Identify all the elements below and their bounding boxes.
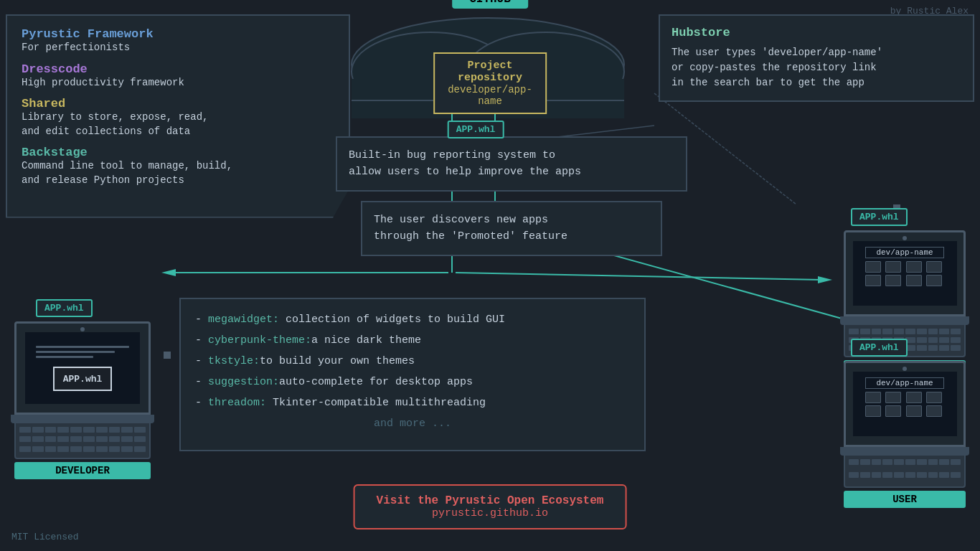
developer-section: APP.whl APP.whl DEVELOPER	[14, 299, 151, 479]
svg-marker-12	[818, 276, 832, 283]
framework-panel: Pyrustic Framework For perfectionists Dr…	[6, 14, 350, 218]
app-whl-badge-user2: APP.whl	[851, 339, 908, 357]
key	[917, 329, 927, 334]
framework-shared: Shared Library to store, expose, read,an…	[22, 97, 334, 138]
key	[70, 427, 82, 433]
app-whl-badge-dev: APP.whl	[36, 299, 93, 317]
app-item-megawidget: - megawidget: collection of widgets to b…	[195, 312, 630, 327]
developer-screen: APP.whl	[14, 321, 151, 415]
user-label-2: USER	[844, 491, 966, 508]
key	[928, 329, 938, 334]
key	[109, 427, 121, 433]
key	[109, 446, 121, 452]
framework-pyrustic: Pyrustic Framework For perfectionists	[22, 27, 334, 55]
key	[121, 446, 133, 452]
app-icon	[865, 392, 881, 403]
key	[19, 436, 31, 442]
screen-inner: APP.whl	[25, 332, 140, 404]
key	[905, 459, 915, 465]
framework-name-pyrustic: Pyrustic Framework	[22, 27, 334, 41]
key	[860, 459, 870, 465]
key	[951, 459, 961, 465]
app-icon	[906, 405, 922, 417]
key	[96, 446, 108, 452]
key	[951, 329, 961, 334]
developer-laptop: APP.whl DEVELOPER	[14, 321, 151, 479]
framework-desc-pyrustic: For perfectionists	[22, 41, 334, 55]
key	[894, 329, 904, 334]
visit-line2: pyrustic.github.io	[377, 507, 604, 519]
developer-label: DEVELOPER	[14, 462, 151, 479]
key	[121, 436, 133, 442]
key	[83, 446, 95, 452]
key	[882, 459, 892, 465]
laptop-keyboard	[844, 456, 966, 488]
key	[32, 427, 44, 433]
screen-inner: dev/app-name	[853, 372, 957, 436]
bug-report-box: Built-in bug reporting system toallow us…	[336, 136, 687, 192]
framework-name-shared: Shared	[22, 97, 334, 110]
framework-backstage: Backstage Command line tool to manage, b…	[22, 146, 334, 187]
app-whl-badge-top: APP.whl	[448, 121, 504, 138]
github-label: GITHUB	[452, 0, 528, 9]
app-icon	[885, 405, 901, 417]
screen-line	[36, 346, 129, 348]
promoted-desc: The user discovers new appsthrough the '…	[374, 212, 649, 245]
app-icon	[926, 405, 942, 417]
key	[917, 472, 927, 478]
key	[939, 329, 949, 334]
key	[917, 459, 927, 465]
key	[83, 436, 95, 442]
apps-more: and more ...	[195, 416, 630, 431]
app-item-threadom: - threadom: Tkinter-compatible multithre…	[195, 395, 630, 410]
app-item-suggestion: - suggestion:auto-complete for desktop a…	[195, 375, 630, 390]
framework-dresscode: Dresscode High productivity framework	[22, 62, 334, 90]
key	[872, 459, 882, 465]
app-icon	[865, 405, 881, 417]
framework-name-dresscode: Dresscode	[22, 62, 334, 76]
app-name-suggestion: suggestion:	[208, 376, 279, 388]
app-item-cyberpunk: - cyberpunk-theme:a nice dark theme	[195, 333, 630, 348]
user-laptop-2: dev/app-name USER	[844, 361, 966, 508]
user-screen-1: dev/app-name	[844, 230, 966, 316]
app-name-threadom: threadom:	[208, 397, 266, 409]
key	[939, 459, 949, 465]
hubstore-desc: The user types 'developer/app-name'or co…	[672, 45, 961, 90]
visit-box[interactable]: Visit the Pyrustic Open Ecosystem pyrust…	[354, 484, 627, 529]
screen-line	[36, 351, 115, 353]
app-icon	[865, 275, 881, 286]
key	[96, 436, 108, 442]
app-icon	[926, 392, 942, 403]
app-icon	[926, 275, 942, 286]
app-name-tkstyle: tkstyle:	[208, 355, 260, 367]
app-icon	[885, 261, 901, 273]
key	[872, 329, 882, 334]
key	[32, 436, 44, 442]
key	[951, 472, 961, 478]
hubstore-title: Hubstore	[672, 26, 961, 39]
key	[121, 427, 133, 433]
key	[96, 427, 108, 433]
key	[860, 472, 870, 478]
app-icons-grid-2	[865, 392, 944, 417]
app-icon	[885, 392, 901, 403]
key	[57, 427, 69, 433]
hubstore-panel: Hubstore The user types 'developer/app-n…	[659, 14, 974, 102]
user-screen-2: dev/app-name	[844, 361, 966, 447]
app-name-megawidget: megawidget:	[208, 314, 279, 326]
key	[19, 446, 31, 452]
key	[134, 427, 146, 433]
mit-license: MIT Licensed	[11, 532, 79, 542]
framework-desc-shared: Library to store, expose, read,and edit …	[22, 110, 334, 138]
app-icon	[906, 261, 922, 273]
framework-name-backstage: Backstage	[22, 146, 334, 159]
app-icon	[885, 275, 901, 286]
key	[849, 329, 859, 334]
key	[32, 446, 44, 452]
key	[882, 472, 892, 478]
user-section-2: APP.whl dev/app-name	[844, 339, 966, 508]
key	[849, 472, 859, 478]
repo-line1: Project repository	[448, 60, 532, 84]
visit-line1: Visit the Pyrustic Open Ecosystem	[377, 494, 604, 507]
key	[45, 436, 57, 442]
